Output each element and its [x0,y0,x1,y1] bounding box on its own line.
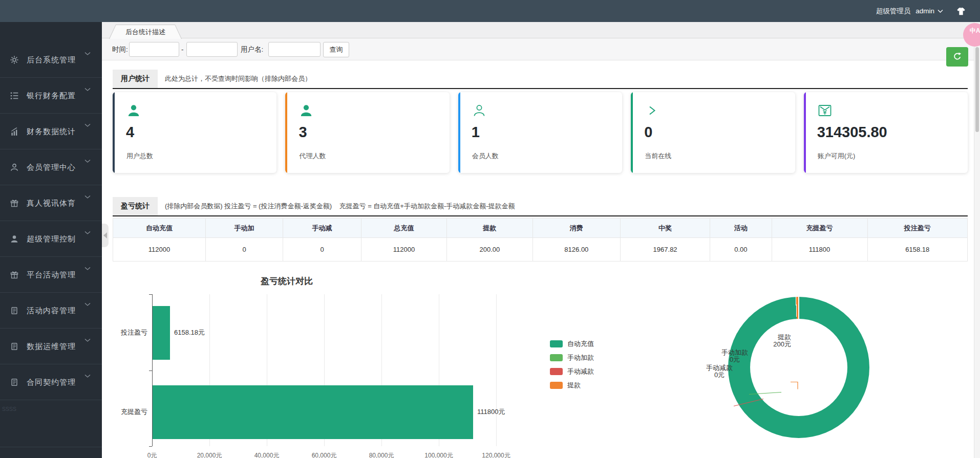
sidebar-item-8[interactable]: 活动内容管理 [0,293,102,329]
legend-item-1[interactable]: 自动充值 [550,340,594,347]
card-accent [631,92,633,173]
legend-label: 自动充值 [567,339,594,348]
tab-label: 后台统计描述 [110,25,181,39]
pie-label-withdraw: 提款200元 [755,334,791,348]
bar-充提盈亏 [153,385,473,439]
sidebar-item-label: 合同契约管理 [27,378,76,387]
legend-swatch [550,340,563,347]
tshirt-icon[interactable] [955,7,967,16]
card-accent [113,92,115,173]
x-axis-tick: 120,000元 [473,451,519,458]
chevron-down-icon [84,299,91,303]
admin-dropdown[interactable]: admin [915,7,943,15]
chevron-down-icon [938,7,943,15]
card-value: 3 [299,124,307,141]
legend-label: 提款 [567,381,581,390]
chevron-right-icon [645,103,659,118]
doc-icon [10,306,19,315]
card-value: 0 [644,124,652,141]
sidebar-item-9[interactable]: 数据运维管理 [0,329,102,364]
table-header-row: 自动充值手动加手动减总充值提款消费中奖活动充提盈亏投注盈亏 [113,219,968,238]
table-column-header-1: 自动充值 [113,219,206,238]
legend-label: 手动减款 [567,367,594,376]
profit-stats-header: 盈亏统计 (排除内部会员数据) 投注盈亏 = (投注消费金额-返奖金额) 充提盈… [113,197,968,216]
card-accent [285,92,287,173]
stat-card-3: 1会员人数 [458,92,622,173]
table-column-header-5: 提款 [447,219,533,238]
card-label: 代理人数 [299,151,326,161]
legend-swatch [550,354,563,361]
table-column-header-6: 消费 [533,219,621,238]
admin-username: admin [915,7,934,15]
chart-legend: 自动充值手动加款手动减款提款 [550,340,594,395]
chevron-down-icon [84,49,91,53]
sidebar-item-label: 数据运维管理 [27,342,76,352]
refresh-button[interactable] [946,47,968,67]
bar-category-label: 充提盈亏 [117,385,147,439]
pie-label-manual-add: 手动加款0元 [720,349,750,363]
table-column-header-8: 活动 [710,219,772,238]
username-input[interactable] [268,42,321,57]
bar-投注盈亏 [153,306,170,360]
table-cell-5: 200.00 [447,238,533,261]
card-accent [458,92,460,173]
vertical-scrollbar [974,22,980,458]
time-start-input[interactable] [129,42,179,57]
card-value: 1 [472,124,480,141]
x-axis-tick: 40,000元 [244,451,290,458]
legend-swatch [550,382,563,389]
card-value: 4 [126,124,134,141]
legend-item-2[interactable]: 手动加款 [550,354,594,361]
profit-stats-title: 盈亏统计 [113,197,158,215]
dashboard-page: 超级管理员 admin 后台系统管理银行财务配置财务数据统计会员管理中心真人视讯… [0,0,980,458]
table-column-header-7: 中奖 [621,219,710,238]
chevron-down-icon [84,84,91,89]
table-column-header-9: 充提盈亏 [772,219,868,238]
legend-item-3[interactable]: 手动减款 [550,367,594,375]
sidebar-item-10[interactable]: 合同契约管理 [0,364,102,400]
gift-icon [10,199,19,208]
table-cell-10: 6158.18 [868,238,968,261]
table-cell-4: 112000 [361,238,447,261]
sidebar-item-4[interactable]: 会员管理中心 [0,149,102,185]
time-end-input[interactable] [186,42,238,57]
x-axis-tick: 20,000元 [186,451,232,458]
sidebar-item-label: 超级管理控制 [27,234,76,244]
sidebar-item-label: 银行财务配置 [27,91,76,101]
tab-statistics[interactable]: 后台统计描述 [109,25,182,39]
chart-icon [10,127,19,136]
table-cell-6: 8126.00 [533,238,621,261]
sidebar-collapse-handle[interactable] [102,224,109,247]
sidebar: 后台系统管理银行财务配置财务数据统计会员管理中心真人视讯体育超级管理控制平台活动… [0,22,102,458]
sidebar-footer-text: ssss [0,400,102,447]
sidebar-item-label: 真人视讯体育 [27,199,76,208]
sidebar-item-7[interactable]: 平台活动管理 [0,257,102,293]
x-axis-tick: 0元 [129,451,175,458]
sidebar-item-2[interactable]: 银行财务配置 [0,78,102,114]
bar-category-label: 投注盈亏 [117,306,147,360]
chevron-down-icon [84,335,91,339]
chevron-down-icon [84,120,91,124]
chevron-down-icon [84,371,91,375]
sidebar-item-6[interactable]: 超级管理控制 [0,221,102,257]
chevron-down-icon [84,156,91,160]
bar-chart-title: 盈亏统计对比 [113,275,461,287]
query-button[interactable]: 查询 [323,42,349,57]
time-label: 时间: [112,38,128,60]
profit-bar-chart: 盈亏统计对比6158.18元投注盈亏111800元充提盈亏0元20,000元40… [113,271,604,458]
stat-card-2: 3代理人数 [285,92,449,173]
scrollbar-thumb[interactable] [975,47,979,132]
sidebar-item-label: 活动内容管理 [27,306,76,316]
legend-swatch [550,368,563,375]
sidebar-item-5[interactable]: 真人视讯体育 [0,185,102,221]
list-icon [10,91,19,100]
gift-icon [10,270,19,279]
sidebar-item-1[interactable]: 后台系统管理 [0,42,102,78]
sidebar-item-3[interactable]: 财务数据统计 [0,114,102,149]
legend-item-4[interactable]: 提款 [550,381,594,389]
user-stats-note: 此处为总计，不受查询时间影响（排除内部会员） [165,74,311,83]
filter-bar: 时间: - 用户名: 查询 [102,38,980,60]
table-column-header-10: 投注盈亏 [868,219,968,238]
table-cell-3: 0 [283,238,361,261]
doc-icon [10,342,19,351]
